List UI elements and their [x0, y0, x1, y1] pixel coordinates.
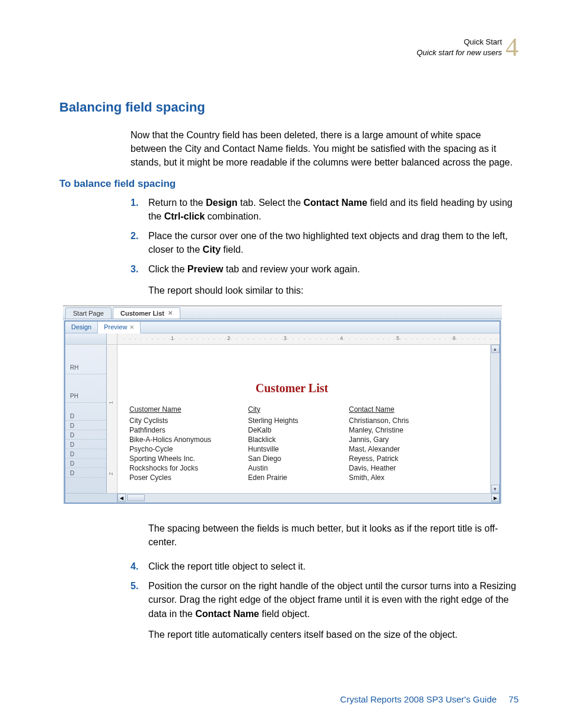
- table-cell: DeKalb: [248, 425, 349, 435]
- table-cell: Bike-A-Holics Anonymous: [129, 435, 248, 444]
- table-cell: Eden Prairie: [248, 473, 349, 482]
- step-text: Place the cursor over one of the two hig…: [148, 231, 508, 255]
- tab-start-page[interactable]: Start Page: [65, 307, 112, 319]
- section-label: D: [65, 440, 106, 449]
- horizontal-ruler: ········································…: [117, 333, 500, 344]
- step-number: 2.: [131, 229, 138, 243]
- column-header: City: [248, 404, 349, 416]
- table-row: PathfindersDeKalbManley, Christine: [129, 425, 433, 435]
- table-row: City CyclistsSterling HeightsChristianso…: [129, 416, 433, 425]
- step-text: Click the report title object to select …: [148, 561, 306, 571]
- horizontal-scrollbar[interactable]: ◂ ▸: [65, 493, 500, 503]
- tab-label: Start Page: [73, 310, 104, 317]
- report-preview-screenshot: Start Page Customer List ✕ Design Previe…: [63, 306, 502, 504]
- ruler-tick: 6: [453, 335, 456, 341]
- scroll-up-icon[interactable]: ▴: [491, 345, 500, 353]
- section-label: D: [65, 411, 106, 421]
- tab-label: Design: [71, 323, 91, 330]
- view-tab-bar: Design Preview ✕: [65, 322, 500, 333]
- table-row: Sporting Wheels Inc.San DiegoReyess, Pat…: [129, 454, 433, 463]
- section-label: RH: [65, 363, 106, 374]
- table-cell: Poser Cycles: [129, 473, 248, 482]
- table-cell: Pathfinders: [129, 425, 248, 435]
- column-header: Customer Name: [129, 404, 248, 416]
- ruler-tick: 4: [340, 335, 343, 341]
- table-row: Psycho-CycleHuntsvilleMast, Alexander: [129, 444, 433, 454]
- step-number: 5.: [131, 579, 138, 593]
- section-label: D: [65, 421, 106, 430]
- steps-list-2: 4. Click the report title object to sele…: [131, 559, 519, 621]
- vertical-ruler: 1 2: [107, 345, 117, 493]
- tab-design[interactable]: Design: [65, 322, 98, 333]
- document-tab-bar: Start Page Customer List ✕: [63, 306, 502, 319]
- table-cell: Christianson, Chris: [349, 416, 433, 425]
- chapter-number: 4: [505, 34, 519, 61]
- scroll-left-icon[interactable]: ◂: [117, 494, 126, 502]
- table-cell: Sterling Heights: [248, 416, 349, 425]
- procedure-heading: To balance field spacing: [59, 178, 519, 190]
- table-row: Rockshocks for JocksAustinDavis, Heather: [129, 463, 433, 473]
- header-breadcrumb-sub: Quick start for new users: [416, 47, 502, 58]
- close-icon[interactable]: ✕: [168, 310, 173, 316]
- step-number: 4.: [131, 559, 138, 573]
- table-cell: Davis, Heather: [349, 463, 433, 473]
- ruler-tick: 1: [171, 335, 174, 341]
- report-table-body: City CyclistsSterling HeightsChristianso…: [129, 416, 433, 482]
- post-screenshot-paragraph: The spacing between the fields is much b…: [148, 522, 519, 549]
- section-label: D: [65, 468, 106, 478]
- result-caption: The report should look similar to this:: [148, 284, 519, 297]
- section-label: D: [65, 449, 106, 459]
- header-breadcrumb-top: Quick Start: [416, 37, 502, 47]
- step-4: 4. Click the report title object to sele…: [131, 559, 519, 573]
- footer-page-number: 75: [508, 694, 519, 704]
- table-cell: Sporting Wheels Inc.: [129, 454, 248, 463]
- steps-list-1: 1. Return to the Design tab. Select the …: [131, 196, 519, 276]
- section-label: D: [65, 430, 106, 440]
- footer-doc-title: Crystal Reports 2008 SP3 User's Guide: [340, 694, 497, 704]
- table-cell: Jannis, Gary: [349, 435, 433, 444]
- step-3: 3. Click the Preview tab and review your…: [131, 262, 519, 276]
- page-footer: Crystal Reports 2008 SP3 User's Guide 75: [340, 694, 519, 704]
- table-cell: Huntsville: [248, 444, 349, 454]
- table-cell: City Cyclists: [129, 416, 248, 425]
- tab-customer-list[interactable]: Customer List ✕: [113, 307, 180, 319]
- table-cell: Austin: [248, 463, 349, 473]
- section-label-gutter: RH PH D D D D D D D: [65, 345, 107, 493]
- report-table: Customer Name City Contact Name City Cyc…: [129, 404, 433, 482]
- step-text: Click the Preview tab and review your wo…: [148, 264, 360, 274]
- section-heading: Balancing field spacing: [59, 100, 519, 115]
- step-text: Return to the Design tab. Select the Con…: [148, 198, 513, 221]
- page-header: Quick Start Quick start for new users 4: [416, 34, 519, 61]
- table-cell: Smith, Alex: [349, 473, 433, 482]
- ruler-tick: 5: [396, 335, 399, 341]
- scroll-right-icon[interactable]: ▸: [491, 494, 500, 502]
- step-1: 1. Return to the Design tab. Select the …: [131, 196, 519, 223]
- close-icon[interactable]: ✕: [129, 324, 134, 330]
- table-row: Bike-A-Holics AnonymousBlacklickJannis, …: [129, 435, 433, 444]
- scroll-down-icon[interactable]: ▾: [491, 485, 500, 493]
- step-number: 3.: [131, 262, 138, 276]
- scroll-thumb[interactable]: [127, 494, 145, 501]
- table-cell: Rockshocks for Jocks: [129, 463, 248, 473]
- tab-preview[interactable]: Preview ✕: [98, 322, 141, 333]
- ruler-tick: 3: [284, 335, 287, 341]
- tab-label: Customer List: [120, 310, 164, 317]
- report-canvas: Customer List Customer Name City Contact…: [117, 345, 490, 493]
- table-cell: San Diego: [248, 454, 349, 463]
- step-2: 2. Place the cursor over one of the two …: [131, 229, 519, 256]
- table-cell: Psycho-Cycle: [129, 444, 248, 454]
- column-header: Contact Name: [349, 404, 433, 416]
- section-label: PH: [65, 391, 106, 403]
- table-cell: Manley, Christine: [349, 425, 433, 435]
- table-cell: Mast, Alexander: [349, 444, 433, 454]
- ruler-tick: 2: [227, 335, 230, 341]
- step-number: 1.: [131, 196, 138, 209]
- tab-label: Preview: [104, 323, 127, 330]
- table-row: Poser CyclesEden PrairieSmith, Alex: [129, 473, 433, 482]
- closing-paragraph: The report title automatically centers i…: [148, 628, 519, 641]
- vertical-scrollbar[interactable]: ▴ ▾: [490, 345, 500, 493]
- step-5: 5. Position the cursor on the right hand…: [131, 579, 519, 621]
- table-cell: Blacklick: [248, 435, 349, 444]
- section-label: D: [65, 459, 106, 468]
- intro-paragraph: Now that the Country field has been dele…: [131, 128, 519, 170]
